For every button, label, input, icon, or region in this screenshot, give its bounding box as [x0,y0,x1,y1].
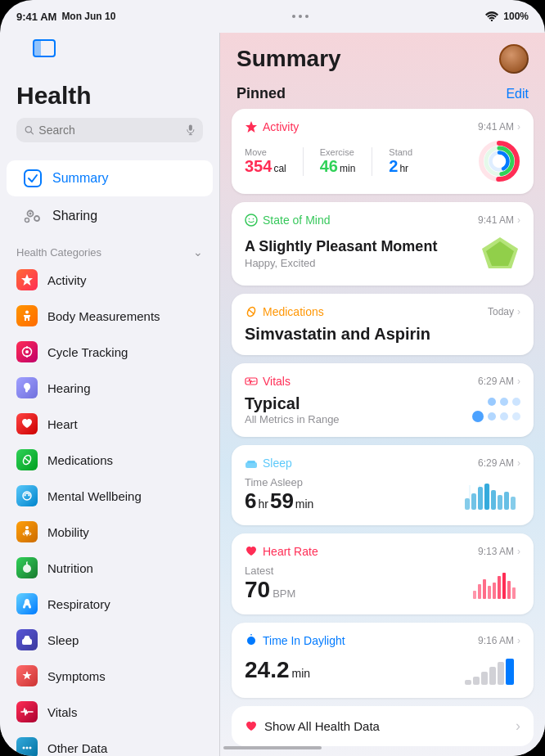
svg-rect-52 [465,498,470,510]
heart-rate-label: Latest [245,565,295,577]
pinned-section: Pinned Edit [220,82,545,109]
sidebar-item-heart[interactable]: Heart [0,406,219,442]
svg-point-26 [23,747,25,749]
svg-rect-53 [471,493,476,510]
sidebar-item-medications[interactable]: Medications [0,442,219,478]
sidebar-body-label: Body Measurements [47,309,160,323]
respiratory-icon [20,597,34,610]
sidebar-item-respiratory[interactable]: Respiratory [0,586,219,622]
vitals-dots-container [472,398,520,422]
svg-rect-74 [473,677,480,685]
vitals-card[interactable]: Vitals 6:29 AM › Typical All Metrics in … [232,363,534,437]
search-icon [25,124,34,136]
sidebar-item-body[interactable]: Body Measurements [0,298,219,334]
medications-icon [20,453,34,466]
edit-button[interactable]: Edit [506,87,529,101]
sidebar-mobility-label: Mobility [47,525,89,539]
nav-summary[interactable]: Summary [7,160,213,196]
sidebar-item-cycle[interactable]: Cycle Tracking [0,334,219,370]
svg-point-22 [23,565,31,573]
activity-card[interactable]: Activity 9:41 AM › Move 354 cal [232,109,534,194]
panel-toggle[interactable] [0,33,219,72]
sidebar-nutrition-label: Nutrition [47,561,93,575]
meds-chevron: › [517,306,520,317]
sleep-title: Sleep [263,457,292,470]
svg-line-48 [249,309,254,314]
medications-card[interactable]: Medications Today › Simvastatin and Aspi… [232,294,534,355]
show-all-row[interactable]: Show All Health Data › [232,706,534,746]
sidebar-item-sleep[interactable]: Sleep [0,622,219,658]
svg-point-28 [29,747,32,749]
svg-point-9 [34,216,39,221]
sleep-card[interactable]: Sleep 6:29 AM › Time Asleep 6 hr 59 [232,445,534,525]
vitals-title: Vitals [263,375,291,388]
search-input[interactable] [38,124,182,137]
meds-title: Medications [263,305,324,318]
mind-card-icon [245,214,258,227]
other-icon [20,741,34,754]
vitals-card-icon [245,375,258,388]
sidebar-item-hearing[interactable]: Hearing [0,370,219,406]
daylight-card[interactable]: Time In Daylight 9:16 AM › 24.2 min [232,623,534,698]
avatar-image [501,46,527,72]
svg-rect-50 [245,462,257,468]
avatar[interactable] [499,44,529,74]
meds-value: Simvastatin and Aspirin [245,325,520,344]
search-bar[interactable] [16,118,203,142]
sleep-card-icon [245,457,258,470]
sidebar-item-vitals[interactable]: Vitals [0,694,219,730]
svg-point-11 [25,311,29,314]
move-value: 354 [245,157,272,176]
svg-point-10 [25,218,29,223]
show-all-icon [245,720,258,733]
sidebar-item-mental[interactable]: Mental Wellbeing [0,478,219,514]
health-categories-header[interactable]: Health Categories ⌄ [0,239,219,262]
stand-label: Stand [389,147,412,157]
show-all-label: Show All Health Data [264,719,380,733]
svg-rect-70 [507,581,511,599]
activity-title: Activity [263,120,299,133]
stand-unit: hr [399,163,408,174]
move-unit: cal [273,163,286,174]
svg-rect-25 [25,636,29,638]
svg-line-2 [31,132,34,134]
svg-rect-58 [504,492,509,510]
sidebar-item-other[interactable]: Other Data [0,730,219,756]
status-icons: 100% [485,11,529,22]
sidebar-item-activity[interactable]: Activity [0,262,219,298]
sidebar-cycle-label: Cycle Tracking [47,345,128,359]
microphone-icon [187,124,195,137]
meds-card-icon [245,305,258,318]
sidebar-other-label: Other Data [47,741,107,755]
svg-point-19 [25,495,26,497]
mind-time: 9:41 AM [478,214,514,226]
state-of-mind-card[interactable]: State of Mind 9:41 AM › A Slightly Pleas… [232,202,534,286]
heart-rate-card[interactable]: Heart Rate 9:13 AM › Latest 70 BPM [232,533,534,614]
svg-point-20 [28,495,29,497]
svg-rect-51 [247,461,255,463]
svg-rect-66 [488,586,491,599]
mind-headline: A Slightly Pleasant Moment [245,238,437,255]
daylight-time: 9:16 AM [478,635,514,646]
heart-rate-unit: BPM [272,587,295,600]
heart-rate-chart [471,568,520,601]
sleep-chart-svg [463,479,520,511]
main-content: Summary Pinned Edit Activity [220,33,545,756]
sidebar-item-symptoms[interactable]: Symptoms [0,658,219,694]
sidebar-item-nutrition[interactable]: Nutrition [0,550,219,586]
svg-rect-68 [498,576,501,599]
daylight-icon [245,634,258,647]
sharing-icon [24,207,42,225]
sidebar-item-mobility[interactable]: Mobility [0,514,219,550]
svg-point-42 [245,214,257,226]
svg-rect-59 [511,497,516,510]
nav-sharing[interactable]: Sharing [7,198,213,234]
heart-rate-title: Heart Rate [263,545,318,558]
svg-rect-69 [502,573,506,599]
svg-point-8 [29,213,32,215]
daylight-title: Time In Daylight [263,634,345,647]
nav-sharing-label: Sharing [52,209,97,223]
heart-rate-time: 9:13 AM [478,546,514,557]
mind-subtitle: Happy, Excited [245,257,437,269]
sleep-min-unit: min [295,497,314,511]
